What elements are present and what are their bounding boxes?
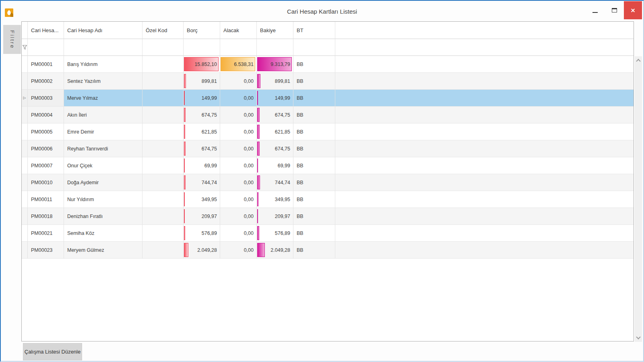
cell-borc[interactable]: 744,74: [184, 174, 220, 191]
cell-alacak[interactable]: 0,00: [220, 191, 257, 208]
cell-bt[interactable]: BB: [293, 56, 335, 73]
cell-borc[interactable]: 2.049,28: [184, 242, 220, 259]
cell-alacak[interactable]: 0,00: [220, 90, 257, 107]
cell-borc[interactable]: 149,99: [184, 90, 220, 107]
close-button[interactable]: ✕: [624, 1, 642, 19]
cell-bakiye[interactable]: 209,97: [257, 208, 293, 225]
cell-alacak[interactable]: 0,00: [220, 123, 257, 140]
cell-borc[interactable]: 576,89: [184, 225, 220, 242]
cell-name[interactable]: Denizhan Fıratlı: [64, 208, 142, 225]
table-row[interactable]: ▷PM00003Merve Yılmaz149,990,00149,99BB: [22, 90, 634, 107]
cell-name[interactable]: Doğa Aydemir: [64, 174, 142, 191]
cell-bt[interactable]: BB: [293, 123, 335, 140]
cell-name[interactable]: Reyhan Tanrıverdi: [64, 140, 142, 157]
table-row[interactable]: PM00011Nur Yıldırım349,950,00349,95BB: [22, 191, 634, 208]
cell-alacak[interactable]: 0,00: [220, 242, 257, 259]
cell-name[interactable]: Sentez Yazılım: [64, 73, 142, 90]
cell-ozel[interactable]: [142, 123, 184, 140]
cell-borc[interactable]: 899,81: [184, 73, 220, 90]
cell-alacak[interactable]: 0,00: [220, 174, 257, 191]
cell-name[interactable]: Onur Çiçek: [64, 157, 142, 174]
col-header-alacak[interactable]: Alacak: [220, 22, 257, 39]
cell-bt[interactable]: BB: [293, 174, 335, 191]
cell-code[interactable]: PM00004: [28, 107, 64, 123]
cell-bakiye[interactable]: 744,74: [257, 174, 293, 191]
filter-cell-name[interactable]: [64, 39, 142, 56]
cell-bt[interactable]: BB: [293, 208, 335, 225]
cell-borc[interactable]: 674,75: [184, 140, 220, 157]
table-row[interactable]: PM00005Emre Demir621,850,00621,85BB: [22, 123, 634, 140]
cell-borc[interactable]: 621,85: [184, 123, 220, 140]
cell-code[interactable]: PM00021: [28, 225, 64, 242]
cell-bakiye[interactable]: 9.313,79: [257, 56, 293, 73]
cell-ozel[interactable]: [142, 140, 184, 157]
cell-name[interactable]: Semiha Köz: [64, 225, 142, 242]
cell-alacak[interactable]: 0,00: [220, 73, 257, 90]
cell-bt[interactable]: BB: [293, 90, 335, 107]
table-row[interactable]: PM00004Akın İleri674,750,00674,75BB: [22, 107, 634, 123]
table-row[interactable]: PM00002Sentez Yazılım899,810,00899,81BB: [22, 73, 634, 90]
filter-cell-code[interactable]: [28, 39, 64, 56]
cell-code[interactable]: PM00002: [28, 73, 64, 90]
cell-ozel[interactable]: [142, 73, 184, 90]
col-header-bakiye[interactable]: Bakiye: [257, 22, 293, 39]
col-header-code[interactable]: Cari Hesa...: [28, 22, 64, 39]
cell-bt[interactable]: BB: [293, 157, 335, 174]
edit-worklist-button[interactable]: Çalışma Listesi Düzenle: [23, 343, 82, 360]
col-header-borc[interactable]: Borç: [184, 22, 220, 39]
cell-bakiye[interactable]: 69,99: [257, 157, 293, 174]
cell-bakiye[interactable]: 2.049,28: [257, 242, 293, 259]
cell-code[interactable]: PM00005: [28, 123, 64, 140]
cell-ozel[interactable]: [142, 107, 184, 123]
cell-bakiye[interactable]: 674,75: [257, 140, 293, 157]
cell-bakiye[interactable]: 899,81: [257, 73, 293, 90]
table-row[interactable]: PM00006Reyhan Tanrıverdi674,750,00674,75…: [22, 140, 634, 157]
cell-code[interactable]: PM00018: [28, 208, 64, 225]
cell-code[interactable]: PM00006: [28, 140, 64, 157]
cell-name[interactable]: Akın İleri: [64, 107, 142, 123]
filter-cell-bt[interactable]: [293, 39, 335, 56]
cell-alacak[interactable]: 0,00: [220, 157, 257, 174]
vertical-scrollbar[interactable]: [635, 56, 642, 342]
cell-bt[interactable]: BB: [293, 191, 335, 208]
cell-name[interactable]: Emre Demir: [64, 123, 142, 140]
table-row[interactable]: PM00001Barış Yıldırım15.852,106.538,319.…: [22, 56, 634, 73]
minimize-button[interactable]: [585, 1, 605, 19]
cell-name[interactable]: Nur Yıldırım: [64, 191, 142, 208]
cell-name[interactable]: Meryem Gülmez: [64, 242, 142, 259]
filter-cell-alacak[interactable]: [220, 39, 257, 56]
cell-code[interactable]: PM00023: [28, 242, 64, 259]
cell-ozel[interactable]: [142, 56, 184, 73]
col-header-bt[interactable]: BT: [293, 22, 335, 39]
cell-bakiye[interactable]: 674,75: [257, 107, 293, 123]
filter-cell-ozel[interactable]: [142, 39, 184, 56]
cell-bt[interactable]: BB: [293, 225, 335, 242]
cell-bt[interactable]: BB: [293, 107, 335, 123]
cell-bt[interactable]: BB: [293, 140, 335, 157]
cell-code[interactable]: PM00010: [28, 174, 64, 191]
cell-alacak[interactable]: 6.538,31: [220, 56, 257, 73]
cell-name[interactable]: Merve Yılmaz: [64, 90, 142, 107]
maximize-button[interactable]: [605, 1, 624, 19]
cell-ozel[interactable]: [142, 225, 184, 242]
cell-borc[interactable]: 209,97: [184, 208, 220, 225]
filter-cell-borc[interactable]: [184, 39, 220, 56]
scroll-down-icon[interactable]: [637, 335, 640, 339]
filter-tab[interactable]: Filtre: [3, 25, 21, 54]
cell-ozel[interactable]: [142, 242, 184, 259]
cell-alacak[interactable]: 0,00: [220, 225, 257, 242]
cell-name[interactable]: Barış Yıldırım: [64, 56, 142, 73]
cell-code[interactable]: PM00011: [28, 191, 64, 208]
cell-bakiye[interactable]: 621,85: [257, 123, 293, 140]
col-header-ozel[interactable]: Özel Kod: [142, 22, 184, 39]
cell-borc[interactable]: 349,95: [184, 191, 220, 208]
cell-bakiye[interactable]: 349,95: [257, 191, 293, 208]
table-row[interactable]: PM00021Semiha Köz576,890,00576,89BB: [22, 225, 634, 242]
table-row[interactable]: PM00007Onur Çiçek69,990,0069,99BB: [22, 157, 634, 174]
scroll-up-icon[interactable]: [637, 59, 640, 62]
cell-borc[interactable]: 674,75: [184, 107, 220, 123]
cell-code[interactable]: PM00003: [28, 90, 64, 107]
col-header-name[interactable]: Cari Hesap Adı: [64, 22, 142, 39]
cell-alacak[interactable]: 0,00: [220, 208, 257, 225]
cell-bt[interactable]: BB: [293, 73, 335, 90]
